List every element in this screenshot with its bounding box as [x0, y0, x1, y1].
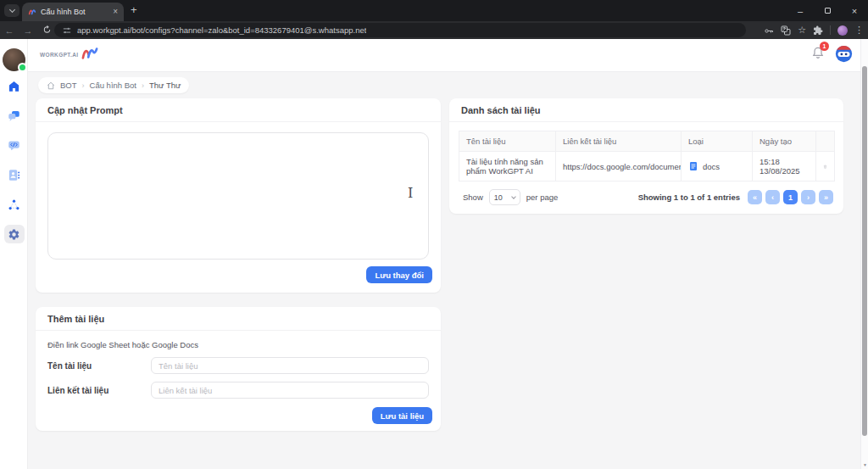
- prompt-card-title: Cập nhật Prompt: [36, 98, 441, 122]
- doc-link-label: Liên kết tài liệu: [47, 386, 151, 395]
- col-link: Liên kết tài liệu: [556, 131, 682, 152]
- maximize-icon: [825, 8, 831, 14]
- menu-kebab-icon[interactable]: ⋮: [854, 25, 864, 35]
- delete-document-button[interactable]: [823, 162, 827, 171]
- prompt-card: Cập nhật Prompt Lưu thay đổi: [36, 98, 441, 293]
- site-favicon-icon: [28, 8, 36, 16]
- back-button[interactable]: ←: [0, 25, 19, 36]
- doc-type-cell: docs: [682, 152, 753, 181]
- logo-ribbon-icon: [81, 46, 99, 61]
- workgpt-logo[interactable]: WORKGPT.AI: [40, 46, 99, 61]
- scrollbar-thumb[interactable]: [862, 66, 867, 436]
- chevron-down-icon: [8, 7, 14, 13]
- doc-name-cell: Tài liệu tính năng sản phẩm WorkGPT AI: [459, 152, 556, 181]
- first-page-button[interactable]: «: [748, 190, 762, 204]
- toolbar-divider: [830, 25, 831, 35]
- documents-list-title: Danh sách tài liệu: [449, 98, 843, 122]
- documents-table: Tên tài liệu Liên kết tài liệu Loại Ngày…: [459, 131, 835, 181]
- browser-profile-avatar[interactable]: [837, 25, 848, 36]
- table-header-row: Tên tài liệu Liên kết tài liệu Loại Ngày…: [459, 131, 835, 152]
- window-maximize-button[interactable]: [814, 0, 841, 21]
- new-tab-button[interactable]: +: [131, 3, 137, 16]
- sidebar-item-home[interactable]: [4, 76, 25, 95]
- breadcrumb-item-bot-name[interactable]: Thư Thư: [149, 81, 181, 90]
- last-page-button[interactable]: »: [819, 190, 833, 204]
- code-chat-icon: [8, 139, 20, 152]
- reload-icon: [42, 25, 52, 34]
- window-close-button[interactable]: ×: [841, 0, 868, 21]
- doc-actions-cell: [816, 152, 835, 181]
- page-size-select[interactable]: 10: [489, 189, 520, 205]
- page-scrollbar[interactable]: ▼: [860, 39, 868, 469]
- reload-button[interactable]: [37, 25, 56, 36]
- breadcrumb-home-icon[interactable]: [47, 81, 55, 90]
- contacts-icon: [8, 169, 20, 181]
- tab-search-button[interactable]: [4, 4, 19, 17]
- sidebar: [0, 39, 28, 469]
- user-avatar[interactable]: [3, 48, 25, 71]
- password-key-icon[interactable]: [764, 25, 774, 36]
- breadcrumb-item-config[interactable]: Cấu hình Bot: [90, 81, 136, 90]
- bot-avatar-icon[interactable]: [835, 45, 853, 63]
- scrollbar-down-arrow[interactable]: ▼: [861, 462, 868, 467]
- online-status-badge: [18, 63, 27, 72]
- browser-tabstrip: Cấu hình Bot × + – ×: [0, 0, 868, 21]
- breadcrumb-item-bot[interactable]: BOT: [60, 81, 77, 90]
- home-icon: [8, 80, 20, 92]
- pagination-bar: Show 10 per page Showing 1 to 1 of 1 ent…: [463, 189, 833, 205]
- doc-link-input[interactable]: [151, 382, 429, 399]
- col-created: Ngày tạo: [753, 131, 816, 152]
- prompt-textarea[interactable]: [47, 132, 429, 260]
- col-type: Loại: [682, 131, 753, 152]
- sidebar-item-contacts[interactable]: [4, 165, 25, 184]
- translate-icon[interactable]: [781, 25, 791, 36]
- active-tab[interactable]: Cấu hình Bot ×: [22, 3, 124, 21]
- browser-toolbar: ← → app.workgpt.ai/bot/configs?channel=z…: [0, 21, 868, 39]
- col-actions: [816, 131, 835, 152]
- main-content: BOT › Cấu hình Bot › Thư Thư Cập nhật Pr…: [28, 72, 860, 469]
- pagination-summary: Showing 1 to 1 of 1 entries: [638, 193, 740, 202]
- sidebar-item-chats[interactable]: [4, 106, 25, 125]
- app-header: WORKGPT.AI 1: [28, 39, 868, 72]
- sidebar-nav: [0, 76, 28, 243]
- url-bar[interactable]: app.workgpt.ai/bot/configs?channel=zalo&…: [54, 23, 746, 37]
- chevron-down-icon: [511, 194, 516, 199]
- logo-text: WORKGPT.AI: [40, 52, 79, 61]
- next-page-button[interactable]: ›: [801, 190, 815, 204]
- breadcrumb-separator: ›: [82, 81, 85, 90]
- doc-name-input[interactable]: [151, 357, 429, 374]
- page-size-value: 10: [494, 193, 503, 202]
- documents-list-card: Danh sách tài liệu Tên tài liệu Liên kết…: [449, 98, 843, 214]
- window-minimize-button[interactable]: –: [787, 0, 814, 21]
- col-name: Tên tài liệu: [459, 131, 556, 152]
- extensions-icon[interactable]: [813, 25, 823, 36]
- doc-name-label: Tên tài liệu: [47, 361, 151, 371]
- tab-close-icon[interactable]: ×: [113, 8, 118, 16]
- doc-type-text: docs: [703, 162, 720, 171]
- page-1-button[interactable]: 1: [783, 190, 798, 204]
- add-document-helper: Điền link Google Sheet hoặc Google Docs: [47, 340, 429, 349]
- notifications-button[interactable]: 1: [811, 46, 825, 63]
- trash-icon: [823, 162, 827, 171]
- table-row: Tài liệu tính năng sản phẩm WorkGPT AI h…: [459, 152, 835, 181]
- sidebar-item-code-chat[interactable]: [4, 136, 25, 154]
- network-share-icon: [8, 198, 20, 211]
- docs-file-icon: [688, 161, 698, 171]
- forward-button[interactable]: →: [19, 25, 37, 36]
- sidebar-item-network[interactable]: [4, 195, 25, 214]
- breadcrumb-separator: ›: [142, 81, 144, 90]
- prev-page-button[interactable]: ‹: [765, 190, 780, 204]
- url-text: app.workgpt.ai/bot/configs?channel=zalo&…: [77, 25, 366, 35]
- header-actions: 1: [811, 45, 853, 63]
- breadcrumb: BOT › Cấu hình Bot › Thư Thư: [38, 77, 189, 93]
- sidebar-item-settings[interactable]: [4, 225, 25, 243]
- save-document-button[interactable]: Lưu tài liệu: [372, 407, 432, 424]
- bookmark-star-icon[interactable]: ☆: [798, 25, 806, 35]
- doc-created-cell: 15:18 13/08/2025: [753, 152, 816, 181]
- add-document-card: Thêm tài liệu Điền link Google Sheet hoặ…: [36, 307, 441, 431]
- doc-link-cell[interactable]: https://docs.google.com/document/...: [556, 152, 682, 181]
- notification-count-badge: 1: [820, 42, 829, 51]
- toolbar-actions: ☆ ⋮: [764, 21, 864, 39]
- save-prompt-button[interactable]: Lưu thay đổi: [366, 266, 432, 283]
- tab-title: Cấu hình Bot: [41, 8, 108, 16]
